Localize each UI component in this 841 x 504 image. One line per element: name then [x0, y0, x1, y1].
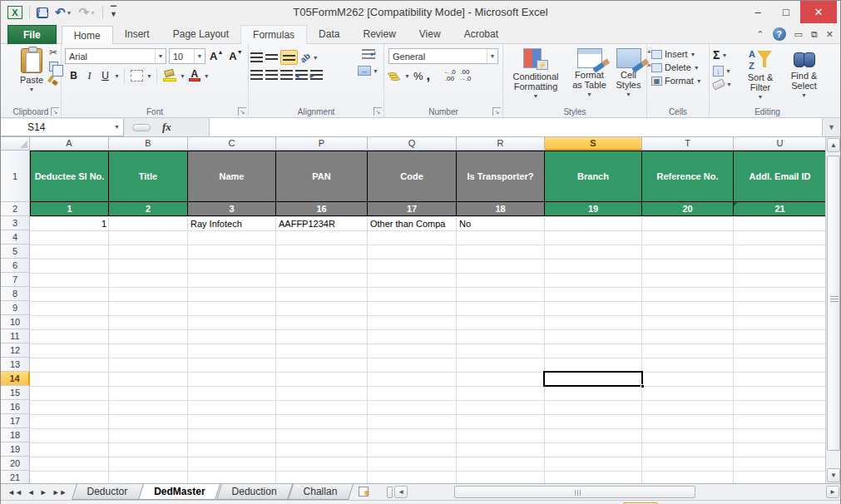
chevron-down-icon[interactable]: ▼ [114, 73, 120, 79]
header-cell-T2[interactable]: 20 [642, 202, 734, 216]
column-header-Q[interactable]: Q [368, 137, 457, 151]
insert-cells-button[interactable]: Insert ▼ [649, 49, 707, 59]
header-cell-A1[interactable]: Deductee Sl No. [30, 151, 109, 202]
fill-color-button[interactable] [161, 68, 178, 83]
increase-decimal-button[interactable]: ←.0.00 [443, 69, 456, 82]
ribbon-tab-home[interactable]: Home [62, 26, 113, 45]
ribbon-tab-insert[interactable]: Insert [113, 25, 161, 44]
row-header-5[interactable]: 5 [1, 245, 30, 259]
header-cell-S1[interactable]: Branch [545, 151, 642, 202]
column-header-T[interactable]: T [642, 137, 734, 151]
increase-indent-button[interactable]: ► [310, 70, 323, 80]
vertical-scrollbar[interactable]: ▲ ▼ [825, 137, 840, 483]
row-header-16[interactable]: 16 [1, 400, 30, 414]
row-header-13[interactable]: 13 [1, 358, 30, 372]
decrease-decimal-button[interactable]: .00→.0 [459, 69, 472, 82]
maximize-button[interactable]: □ [772, 1, 800, 23]
row-header-12[interactable]: 12 [1, 343, 30, 358]
previous-sheet-icon[interactable]: ◄ [26, 488, 37, 497]
first-sheet-icon[interactable]: ◄◄ [6, 488, 24, 497]
row-header-4[interactable]: 4 [1, 230, 30, 245]
header-cell-B2[interactable]: 2 [109, 202, 188, 216]
copy-button[interactable] [49, 62, 58, 72]
expand-formula-bar-icon[interactable]: ▼ [822, 118, 840, 136]
format-painter-button[interactable] [48, 76, 58, 86]
cell-styles-button[interactable]: Cell Styles ▼ [612, 47, 645, 106]
find-select-button[interactable]: Find & Select ▼ [783, 47, 825, 104]
delete-cells-button[interactable]: Delete ▼ [649, 62, 707, 72]
row-header-6[interactable]: 6 [1, 259, 30, 273]
name-box[interactable]: S14 ▼ [1, 119, 124, 136]
row-header-21[interactable]: 21 [1, 471, 30, 483]
fill-handle[interactable] [641, 384, 645, 388]
ribbon-tab-review[interactable]: Review [351, 25, 407, 44]
dialog-launcher-icon[interactable]: ↘ [238, 107, 246, 116]
conditional-formatting-button[interactable]: ⚡ Conditional Formatting ▼ [505, 47, 566, 106]
cut-button[interactable]: ✂ [49, 48, 57, 57]
cell-Q3[interactable]: Other than Compa [368, 217, 457, 230]
font-name-combo[interactable]: Arial▼ [65, 48, 166, 64]
row-header-7[interactable]: 7 [1, 273, 30, 287]
chevron-down-icon[interactable]: ▼ [404, 73, 410, 79]
dialog-launcher-icon[interactable]: ↘ [492, 107, 501, 116]
help-icon[interactable]: ? [773, 27, 786, 41]
bold-button[interactable]: B [67, 68, 81, 83]
cell-R3[interactable]: No [457, 217, 545, 230]
number-format-combo[interactable]: General▼ [388, 48, 498, 64]
column-header-A[interactable]: A [30, 137, 109, 151]
dialog-launcher-icon[interactable]: ↘ [51, 107, 59, 116]
percent-style-button[interactable]: % [413, 70, 423, 82]
row-header-20[interactable]: 20 [1, 457, 30, 471]
header-cell-A2[interactable]: 1 [30, 202, 109, 216]
row-header-1[interactable]: 1 [1, 151, 30, 202]
header-cell-P1[interactable]: PAN [276, 151, 368, 202]
column-header-P[interactable]: P [276, 137, 368, 151]
bottom-align-button[interactable] [280, 50, 298, 65]
align-center-button[interactable] [265, 70, 278, 80]
minimize-button[interactable]: – [744, 1, 772, 23]
horizontal-scrollbar[interactable]: ◄ ► [394, 484, 840, 500]
chevron-down-icon[interactable]: ▼ [373, 68, 378, 74]
align-right-button[interactable] [280, 70, 293, 80]
scroll-right-icon[interactable]: ► [826, 486, 839, 498]
row-header-18[interactable]: 18 [1, 428, 30, 442]
autosum-button[interactable]: Σ▼ [713, 48, 732, 62]
cell-A3[interactable]: 1 [30, 217, 109, 230]
header-cell-C2[interactable]: 3 [188, 202, 276, 216]
top-align-button[interactable] [250, 52, 263, 62]
underline-button[interactable]: U [98, 68, 112, 83]
ribbon-tab-formulas[interactable]: Formulas [240, 25, 307, 44]
scroll-down-icon[interactable]: ▼ [827, 468, 840, 482]
workbook-minimize-icon[interactable]: ▭ [794, 29, 803, 40]
formula-input[interactable] [209, 118, 822, 136]
middle-align-button[interactable] [265, 52, 278, 62]
accounting-format-button[interactable] [388, 71, 401, 82]
format-cells-button[interactable]: ▦ Format ▼ [649, 76, 707, 86]
format-as-table-button[interactable]: Format as Table ▼ [566, 47, 612, 106]
font-color-button[interactable]: A [187, 68, 202, 83]
header-cell-T1[interactable]: Reference No. [642, 151, 734, 202]
merge-center-button[interactable]: ↔ [358, 66, 371, 76]
column-header-C[interactable]: C [188, 137, 276, 151]
sheet-tab-dedmaster[interactable]: DedMaster [141, 484, 218, 500]
cell-P3[interactable]: AAFFP1234R [276, 217, 368, 230]
column-header-R[interactable]: R [457, 137, 545, 151]
header-cell-R2[interactable]: 18 [457, 202, 545, 216]
chevron-down-icon[interactable]: ▼ [146, 73, 152, 79]
header-cell-B1[interactable]: Title [109, 151, 188, 202]
header-cell-P2[interactable]: 16 [276, 202, 368, 216]
header-cell-Q2[interactable]: 17 [368, 202, 457, 216]
ribbon-tab-page-layout[interactable]: Page Layout [161, 25, 240, 44]
row-header-19[interactable]: 19 [1, 442, 30, 457]
row-header-8[interactable]: 8 [1, 287, 30, 301]
row-header-9[interactable]: 9 [1, 301, 30, 315]
row-header-2[interactable]: 2 [1, 202, 30, 216]
vertical-scroll-thumb[interactable] [827, 156, 840, 451]
sort-filter-button[interactable]: AZ Sort & Filter ▼ [741, 47, 779, 104]
fill-button[interactable]: ↓▼ [713, 66, 732, 77]
sheet-tab-challan[interactable]: Challan [290, 484, 351, 500]
chevron-down-icon[interactable]: ▼ [180, 73, 186, 79]
header-cell-S2[interactable]: 19 [545, 202, 642, 216]
row-header-17[interactable]: 17 [1, 414, 30, 428]
column-header-B[interactable]: B [109, 137, 188, 151]
